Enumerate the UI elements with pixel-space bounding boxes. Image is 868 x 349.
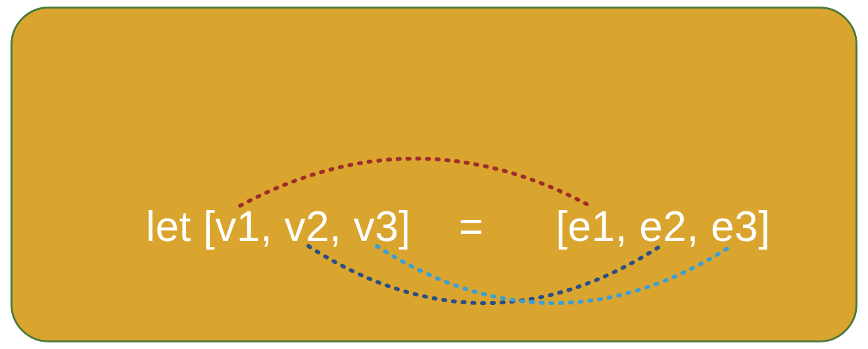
token-e3: e3 <box>711 202 758 251</box>
comma-2: , <box>329 202 354 251</box>
equals-sign: = <box>459 202 484 251</box>
code-expression: let [v1, v2, v3] = [e1, e2, e3] <box>12 153 856 300</box>
comma-1: , <box>260 202 285 251</box>
bracket-left-2: [ <box>556 202 567 251</box>
token-e2: e2 <box>639 202 687 251</box>
bracket-right-2: ] <box>758 202 770 251</box>
bracket-left-1: [ <box>203 202 215 251</box>
comma-4: , <box>687 202 711 251</box>
keyword-let: let <box>146 202 203 251</box>
bracket-right-1: ] <box>398 202 458 251</box>
token-v1: v1 <box>215 202 260 251</box>
token-v2: v2 <box>284 202 329 251</box>
comma-3: , <box>615 202 640 251</box>
token-v3: v3 <box>354 202 399 251</box>
diagram-panel: let [v1, v2, v3] = [e1, e2, e3] <box>11 7 857 342</box>
token-e1: e1 <box>567 202 615 251</box>
spacer <box>484 202 556 251</box>
